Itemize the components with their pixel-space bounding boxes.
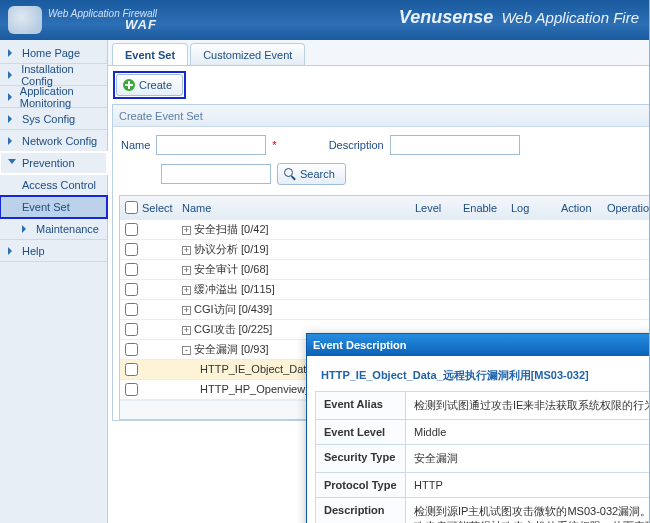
detail-key: Description [316, 498, 406, 524]
toolbar: Create [108, 66, 650, 104]
row-checkbox[interactable] [125, 303, 138, 316]
detail-value: HTTP [406, 473, 651, 498]
sidebar-item-home[interactable]: Home Page [0, 42, 107, 64]
sidebar-item-appmon[interactable]: Application Monitoring [0, 86, 107, 108]
row-name: +CGI访问 [0/439] [182, 302, 415, 317]
detail-key: Event Alias [316, 392, 406, 420]
sidebar-item-event-set[interactable]: Event Set [0, 196, 107, 218]
create-form: Name * Description [113, 127, 650, 163]
search-button[interactable]: Search [277, 163, 346, 185]
popup-title: Event Description [313, 339, 407, 351]
brand-bold: Venusense [399, 7, 493, 27]
col-level[interactable]: Level [415, 202, 463, 214]
row-name: +协议分析 [0/19] [182, 242, 415, 257]
row-checkbox[interactable] [125, 363, 138, 376]
chevron-down-icon [8, 159, 16, 167]
col-action[interactable]: Action [561, 202, 607, 214]
sidebar-item-label: Event Set [22, 201, 70, 213]
detail-key: Event Level [316, 420, 406, 445]
panel-title: Create Event Set [119, 110, 203, 122]
col-enable[interactable]: Enable [463, 202, 511, 214]
chevron-right-icon [8, 49, 16, 57]
description-input[interactable] [390, 135, 520, 155]
chevron-right-icon [8, 93, 14, 101]
row-checkbox[interactable] [125, 343, 138, 356]
tree-toggle-icon[interactable]: + [182, 226, 191, 235]
brand-title: Venusense Web Application Fire [399, 7, 639, 28]
chevron-right-icon [22, 225, 30, 233]
col-log[interactable]: Log [511, 202, 561, 214]
name-input[interactable] [156, 135, 266, 155]
col-name[interactable]: Name [182, 202, 415, 214]
row-checkbox[interactable] [125, 243, 138, 256]
event-description-popup: Event Description × HTTP_IE_Object_Data_… [306, 333, 650, 523]
sidebar-item-label: Maintenance [36, 223, 99, 235]
chevron-right-icon [8, 71, 15, 79]
sidebar-item-label: Access Control [22, 179, 96, 191]
table-row[interactable]: +CGI访问 [0/439] [120, 300, 650, 320]
tab-customized-event[interactable]: Customized Event [190, 43, 305, 65]
tab-label: Customized Event [203, 49, 292, 61]
row-checkbox[interactable] [125, 283, 138, 296]
detail-value: 检测到源IP主机试图攻击微软的MS03-032漏洞。一旦攻击成功，攻击者可能获得… [406, 498, 651, 524]
row-name: +安全扫描 [0/42] [182, 222, 415, 237]
sidebar-item-label: Help [22, 245, 45, 257]
sidebar-item-label: Network Config [22, 135, 97, 147]
tree-toggle-icon[interactable]: + [182, 246, 191, 255]
main-area: Event Set Customized Event Create Create… [108, 40, 650, 523]
search-icon [284, 168, 296, 180]
sidebar-item-help[interactable]: Help [0, 240, 107, 262]
row-checkbox[interactable] [125, 223, 138, 236]
sidebar-item-label: Installation Config [21, 63, 99, 87]
tree-toggle-icon[interactable]: + [182, 306, 191, 315]
product-abbr: WAF [48, 17, 157, 32]
brand-rest: Web Application Fire [501, 9, 639, 26]
sidebar-item-label: Prevention [22, 157, 75, 169]
detail-table: Event Alias检测到试图通过攻击IE来非法获取系统权限的行为Event … [315, 391, 650, 523]
grid-header: Select Name Level Enable Log Action Oper… [120, 196, 650, 220]
search-input[interactable] [161, 164, 271, 184]
sidebar-item-access-control[interactable]: Access Control [0, 174, 107, 196]
table-row[interactable]: +缓冲溢出 [0/115] [120, 280, 650, 300]
table-row[interactable]: +安全扫描 [0/42] [120, 220, 650, 240]
detail-key: Protocol Type [316, 473, 406, 498]
tree-toggle-icon[interactable]: + [182, 266, 191, 275]
table-row[interactable]: +安全审计 [0/68] [120, 260, 650, 280]
tree-toggle-icon[interactable]: - [182, 346, 191, 355]
col-operation[interactable]: Operation [607, 202, 650, 214]
sidebar-item-maintenance[interactable]: Maintenance [0, 218, 107, 240]
col-select[interactable]: Select [142, 202, 182, 214]
tree-toggle-icon[interactable]: + [182, 286, 191, 295]
row-checkbox[interactable] [125, 383, 138, 396]
product-logo [8, 6, 42, 34]
chevron-right-icon [8, 247, 16, 255]
sidebar-item-sys[interactable]: Sys Config [0, 108, 107, 130]
sidebar-item-install[interactable]: Installation Config [0, 64, 107, 86]
sidebar-item-label: Sys Config [22, 113, 75, 125]
popup-header[interactable]: Event Description × [307, 334, 650, 356]
sidebar-item-prevention[interactable]: Prevention [0, 152, 107, 174]
button-label: Create [139, 79, 172, 91]
tab-label: Event Set [125, 49, 175, 61]
row-checkbox[interactable] [125, 263, 138, 276]
sidebar-item-net[interactable]: Network Config [0, 130, 107, 152]
sidebar: Home Page Installation Config Applicatio… [0, 40, 108, 523]
detail-value: Middle [406, 420, 651, 445]
create-button[interactable]: Create [116, 74, 183, 96]
description-label: Description [329, 139, 384, 151]
name-label: Name [121, 139, 150, 151]
product-name: Web Application Firewall WAF [48, 8, 157, 32]
add-icon [123, 79, 135, 91]
detail-value: 检测到试图通过攻击IE来非法获取系统权限的行为 [406, 392, 651, 420]
tree-toggle-icon[interactable]: + [182, 326, 191, 335]
tab-event-set[interactable]: Event Set [112, 43, 188, 65]
panel-header: Create Event Set × [113, 105, 650, 127]
select-all-checkbox[interactable] [125, 201, 138, 214]
chevron-right-icon [8, 115, 16, 123]
row-checkbox[interactable] [125, 323, 138, 336]
row-name: +安全审计 [0/68] [182, 262, 415, 277]
table-row[interactable]: +协议分析 [0/19] [120, 240, 650, 260]
row-name: +缓冲溢出 [0/115] [182, 282, 415, 297]
top-banner: Web Application Firewall WAF Venusense W… [0, 0, 649, 40]
tab-bar: Event Set Customized Event [108, 40, 650, 66]
